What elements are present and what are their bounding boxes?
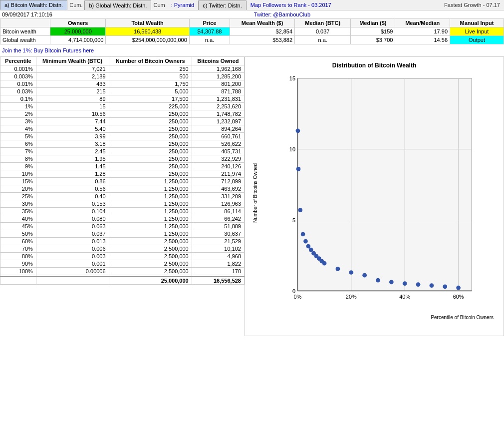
chart-point [430,283,434,288]
dist-row: 2% 10.56 250,000 1,748,782 [0,110,245,118]
dist-row: 5% 3.99 250,000 660,761 [0,133,245,140]
dist-row: 7% 2.45 250,000 405,731 [0,148,245,155]
dist-row: 9% 1.45 250,000 240,126 [0,163,245,170]
svg-text:10: 10 [289,146,295,152]
chart-point [336,267,340,271]
tab-map[interactable]: Map Followers to Rank - 03.2017 [247,0,335,9]
bitcoin-row-label: Bitcoin wealth [0,27,50,36]
dist-row: 35% 0.104 1,250,000 86,114 [0,208,245,215]
bitcoin-live-input: Live Input [450,27,504,36]
chart-point [456,286,461,290]
chart-point [349,270,353,275]
bitcoin-median-btc: 0.037 [295,27,351,36]
chart-container: Distribution of Bitcoin Wealth Number of… [245,56,504,336]
dist-col-btc-owned: Bitcoins Owned [192,57,244,65]
svg-text:20%: 20% [346,294,357,300]
chart-point [322,261,327,266]
bitcoin-mean-median: 17.90 [395,27,450,36]
chart-point [389,280,394,284]
bitcoin-row: Bitcoin wealth 25,000,000 16,560,438 $4,… [0,27,504,36]
chart-point [309,248,313,252]
chart-point [301,232,305,237]
dist-row: 0.003% 2,189 500 1,285,200 [0,73,245,80]
twitter-link[interactable]: Twitter: @BambouClub [254,11,310,17]
dist-row: 80% 0.003 2,500,000 4,968 [0,253,245,260]
dist-row: 6% 3.18 250,000 526,622 [0,140,245,148]
dist-row: 15% 0.86 1,250,000 712,099 [0,178,245,185]
svg-rect-0 [297,78,472,291]
chart-point [296,128,300,133]
dist-col-min-wealth: Minimum Wealth (BTC) [36,57,109,65]
bitcoin-total-wealth: 16,560,438 [106,27,189,36]
dist-row: 60% 0.013 2,500,000 21,529 [0,238,245,245]
x-axis-label: Percentile of Bitcoin Owners [431,315,494,320]
dist-row: 0.1% 89 17,500 1,231,831 [0,95,245,103]
global-median-btc: n.a. [295,36,351,44]
svg-text:15: 15 [289,75,295,81]
dist-row: 4% 5.40 250,000 894,264 [0,125,245,133]
fastest-growth-tab[interactable]: Fastest Growth - 07.17 [440,0,504,9]
col-header-median-usd: Median ($) [351,19,395,27]
chart-point [298,208,302,212]
tab-global-wealth[interactable]: b) Global Wealth: Distn. [84,0,151,10]
tab-sep-2: Cum [151,0,167,9]
col-header-price: Price [189,19,230,27]
col-header-empty [0,19,50,27]
chart-title: Distribution of Bitcoin Wealth [250,62,499,69]
dist-row: 25% 0.40 1,250,000 331,209 [0,193,245,200]
y-axis-label: Number of Bitcoins Owned [252,163,258,223]
col-header-total-wealth: Total Wealth [106,19,189,27]
chart-point [376,278,380,283]
chart-point [403,281,407,286]
global-mean-wealth: $53,882 [230,36,295,44]
col-header-median-btc: Median (BTC) [295,19,351,27]
dist-total-row: 25,000,000 16,556,528 [0,277,245,285]
dist-row: 30% 0.153 1,250,000 126,963 [0,200,245,208]
dist-row: 8% 1.95 250,000 322,929 [0,155,245,163]
dist-row: 45% 0.063 1,250,000 51,889 [0,223,245,230]
dist-row: 3% 7.44 250,000 1,232,097 [0,118,245,125]
dist-row: 10% 1.28 250,000 211,974 [0,170,245,178]
bitcoin-median-usd: $159 [351,27,395,36]
global-total-wealth: $254,000,000,000,000 [106,36,189,44]
global-price: n.a. [189,36,230,44]
chart-point [296,167,301,171]
dist-col-percentile: Percentile [0,57,36,65]
main-stats-table: Owners Total Wealth Price Mean Wealth ($… [0,18,504,44]
dist-row: 0.01% 433 1,750 801,200 [0,80,245,88]
chart-point [416,282,421,287]
tab-bitcoin-wealth[interactable]: a) Bitcoin Wealth: Distn. [0,0,67,10]
col-header-owners: Owners [50,19,106,27]
dist-row: 20% 0.56 1,250,000 463,692 [0,185,245,193]
dist-row: 90% 0.001 2,500,000 1,822 [0,260,245,268]
tab-sep-1: Cum. [67,0,84,9]
dist-row: 1% 15 225,000 2,253,620 [0,103,245,110]
dist-row: 100% 0.00006 2,500,000 170 [0,268,245,275]
bitcoin-owners: 25,000,000 [50,27,106,36]
chart-svg: 0510150%20%40%60% [260,73,499,313]
tab-pyramid[interactable]: : Pyramid [167,0,198,9]
chart-point [443,284,447,289]
global-row-label: Global wealth [0,36,50,44]
svg-text:60%: 60% [453,294,464,300]
content-area: Percentile Minimum Wealth (BTC) Number o… [0,56,504,336]
join-link-container: Join the 1%: Buy Bitcoin Futures here [0,44,504,56]
tab-twitter[interactable]: c) Twitter: Distn. [198,0,247,10]
date-time: 09/09/2017 17:10:16 [2,11,52,17]
svg-text:0%: 0% [293,294,301,300]
dist-table: Percentile Minimum Wealth (BTC) Number o… [0,56,245,285]
dist-row: 0.03% 215 5,000 871,788 [0,88,245,95]
dist-table-container: Percentile Minimum Wealth (BTC) Number o… [0,56,245,336]
chart-point [362,273,367,278]
top-nav: a) Bitcoin Wealth: Distn. Cum. b) Global… [0,0,504,10]
global-median-usd: $3,700 [351,36,395,44]
chart-point [303,239,308,244]
dist-row: 70% 0.006 2,500,000 10,102 [0,245,245,253]
dist-row: 50% 0.037 1,250,000 30,637 [0,230,245,238]
svg-text:40%: 40% [399,294,410,300]
global-mean-median: 14.56 [395,36,450,44]
global-owners: 4,714,000,000 [50,36,106,44]
dist-row: 40% 0.080 1,250,000 66,242 [0,215,245,223]
join-link[interactable]: Join the 1%: Buy Bitcoin Futures here [2,47,94,53]
svg-text:5: 5 [292,217,295,223]
